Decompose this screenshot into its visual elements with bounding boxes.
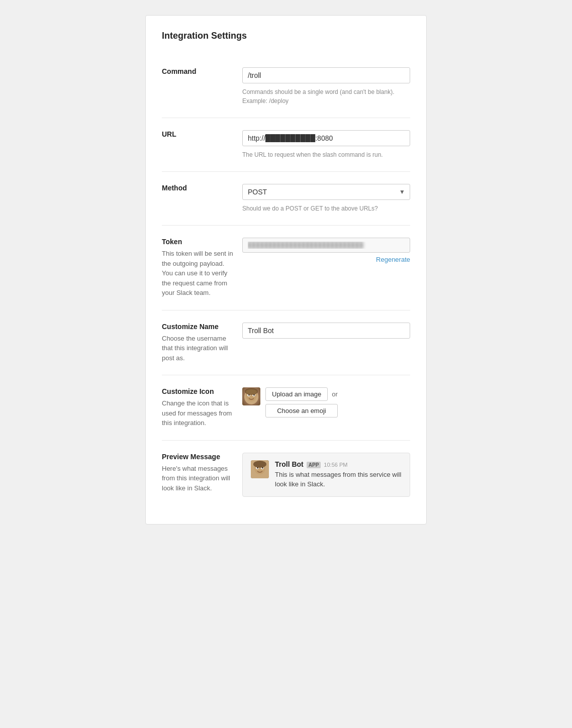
token-desc: This token will be sent in the outgoing … [162, 249, 234, 298]
svg-point-7 [246, 389, 257, 394]
choose-emoji-button[interactable]: Choose an emoji [265, 404, 338, 418]
token-section: Token This token will be sent in the out… [162, 226, 410, 310]
preview-box: Troll Bot APP 10:56 PM This is what mess… [242, 453, 410, 497]
method-select[interactable]: POST GET [242, 184, 410, 200]
page-title: Integration Settings [162, 31, 410, 41]
customize-name-label: Customize Name [162, 323, 234, 331]
method-label: Method [162, 184, 234, 192]
icon-image [242, 387, 260, 405]
token-input[interactable] [242, 238, 410, 253]
upload-image-button[interactable]: Upload an image [265, 387, 328, 401]
preview-desc: Here's what messages from this integrati… [162, 464, 234, 493]
preview-content: Troll Bot APP 10:56 PM This is what mess… [242, 453, 410, 497]
preview-time: 10:56 PM [324, 462, 347, 468]
command-label-area: Command [162, 67, 242, 106]
customize-icon-section: Customize Icon Change the icon that is u… [162, 375, 410, 441]
command-content: Commands should be a single word (and ca… [242, 67, 410, 106]
token-content: Regenerate [242, 238, 410, 298]
icon-area: Upload an image or Choose an emoji [242, 387, 410, 418]
customize-icon-label-area: Customize Icon Change the icon that is u… [162, 387, 242, 428]
command-section: Command Commands should be a single word… [162, 55, 410, 118]
method-section: Method POST GET ▼ Should we do a POST or… [162, 172, 410, 226]
preview-app-badge: APP [307, 462, 321, 468]
preview-avatar [251, 460, 269, 478]
customize-icon-label: Customize Icon [162, 387, 234, 395]
preview-label-area: Preview Message Here's what messages fro… [162, 453, 242, 497]
preview-msg-content: Troll Bot APP 10:56 PM This is what mess… [275, 460, 402, 489]
customize-name-desc: Choose the username that this integratio… [162, 334, 234, 363]
icon-buttons-area: Upload an image or Choose an emoji [265, 387, 338, 418]
url-input[interactable] [242, 130, 410, 146]
customize-name-label-area: Customize Name Choose the username that … [162, 323, 242, 363]
method-content: POST GET ▼ Should we do a POST or GET to… [242, 184, 410, 213]
url-label-area: URL [162, 130, 242, 159]
token-label-area: Token This token will be sent in the out… [162, 238, 242, 298]
customize-name-content [242, 323, 410, 363]
preview-section: Preview Message Here's what messages fro… [162, 441, 410, 509]
command-input[interactable] [242, 67, 410, 83]
token-label: Token [162, 238, 234, 246]
url-hint: The URL to request when the slash comman… [242, 150, 410, 159]
url-content: The URL to request when the slash comman… [242, 130, 410, 159]
icon-preview [242, 387, 260, 405]
url-section: URL The URL to request when the slash co… [162, 118, 410, 172]
regenerate-link[interactable]: Regenerate [242, 256, 410, 263]
preview-bot-name: Troll Bot [275, 460, 304, 468]
method-label-area: Method [162, 184, 242, 213]
customize-icon-desc: Change the icon that is used for message… [162, 398, 234, 428]
url-label: URL [162, 130, 234, 138]
or-text: or [332, 390, 338, 398]
method-hint: Should we do a POST or GET to the above … [242, 204, 410, 213]
preview-message: This is what messages from this service … [275, 470, 402, 489]
preview-label: Preview Message [162, 453, 234, 461]
customize-name-input[interactable] [242, 323, 410, 339]
settings-card: Integration Settings Command Commands sh… [145, 15, 427, 525]
preview-avatar-svg [251, 460, 269, 478]
command-hint: Commands should be a single word (and ca… [242, 87, 410, 106]
customize-name-section: Customize Name Choose the username that … [162, 310, 410, 376]
troll-face-svg [242, 387, 260, 405]
preview-header: Troll Bot APP 10:56 PM [275, 460, 402, 468]
svg-point-15 [253, 461, 266, 468]
upload-row: Upload an image or [265, 387, 338, 401]
customize-icon-content: Upload an image or Choose an emoji [242, 387, 410, 428]
command-label: Command [162, 67, 234, 75]
method-select-wrapper: POST GET ▼ [242, 184, 410, 200]
